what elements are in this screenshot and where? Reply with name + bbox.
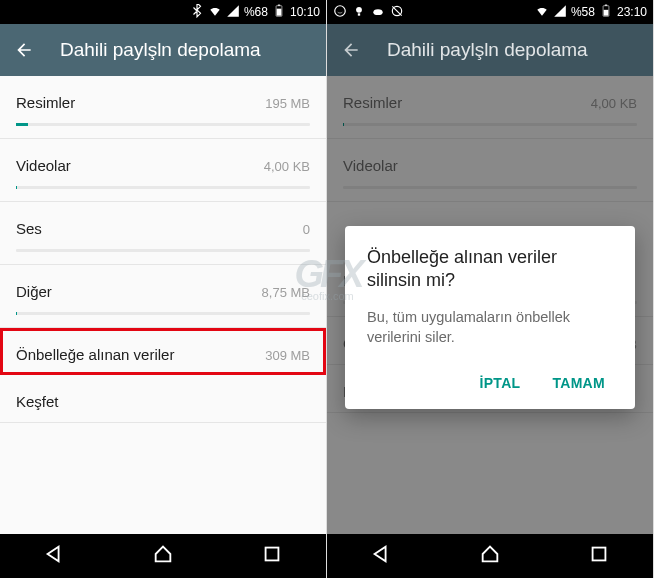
storage-item-diger[interactable]: Diğer8,75 MB <box>0 265 326 328</box>
storage-item-kesfet[interactable]: Keşfet <box>0 375 326 423</box>
nav-bar <box>0 534 326 578</box>
svg-rect-11 <box>604 9 609 15</box>
storage-list: Resimler4,00 KB Videolar Diğer Önbelleğe… <box>327 76 653 534</box>
svg-rect-3 <box>265 548 278 561</box>
appbar: Dahili paylşln depolama <box>0 24 326 76</box>
svg-rect-13 <box>592 548 605 561</box>
item-label: Önbelleğe alınan veriler <box>16 346 174 363</box>
whatsapp-icon <box>333 4 347 21</box>
battery-icon <box>599 4 613 21</box>
svg-rect-12 <box>605 4 607 5</box>
status-bar: %58 23:10 <box>327 0 653 24</box>
nav-recent-icon[interactable] <box>261 543 283 569</box>
svg-rect-6 <box>358 13 360 15</box>
svg-rect-1 <box>277 8 282 15</box>
item-value: 8,75 MB <box>262 285 310 300</box>
appbar-title: Dahili paylşln depolama <box>387 39 588 61</box>
wifi-icon <box>535 4 549 21</box>
battery-text: %68 <box>244 5 268 19</box>
ok-button[interactable]: TAMAM <box>548 367 609 399</box>
signal-icon <box>553 4 567 21</box>
storage-item-resimler[interactable]: Resimler195 MB <box>0 76 326 139</box>
back-icon[interactable] <box>14 40 34 60</box>
nav-home-icon[interactable] <box>152 543 174 569</box>
back-icon[interactable] <box>341 40 361 60</box>
bulb-icon <box>352 4 366 21</box>
progress-bar <box>16 186 310 189</box>
progress-bar <box>16 123 310 126</box>
item-label: Ses <box>16 220 42 237</box>
phone-right: %58 23:10 Dahili paylşln depolama Resiml… <box>327 0 654 578</box>
nav-home-icon[interactable] <box>479 543 501 569</box>
dialog-title: Önbelleğe alınan veriler silinsin mi? <box>367 246 613 293</box>
dialog-message: Bu, tüm uygulamaların önbellek verilerin… <box>367 307 613 348</box>
item-label: Keşfet <box>16 393 59 410</box>
status-bar: %68 10:10 <box>0 0 326 24</box>
nav-back-icon[interactable] <box>370 543 392 569</box>
progress-bar <box>16 312 310 315</box>
storage-item-videolar[interactable]: Videolar4,00 KB <box>0 139 326 202</box>
cancel-button[interactable]: İPTAL <box>476 367 525 399</box>
progress-bar <box>16 249 310 252</box>
storage-item-onbellek[interactable]: Önbelleğe alınan veriler309 MB <box>0 328 326 375</box>
clock: 23:10 <box>617 5 647 19</box>
svg-point-4 <box>335 5 346 16</box>
nav-recent-icon[interactable] <box>588 543 610 569</box>
svg-point-5 <box>356 6 362 12</box>
wifi-icon <box>208 4 222 21</box>
item-value: 195 MB <box>265 96 310 111</box>
appbar-title: Dahili paylşln depolama <box>60 39 261 61</box>
nav-back-icon[interactable] <box>43 543 65 569</box>
item-value: 4,00 KB <box>264 159 310 174</box>
item-value: 0 <box>303 222 310 237</box>
svg-point-7 <box>373 9 382 15</box>
battery-icon <box>272 4 286 21</box>
item-label: Videolar <box>16 157 71 174</box>
sync-off-icon <box>390 4 404 21</box>
svg-rect-2 <box>278 4 280 5</box>
storage-item-ses[interactable]: Ses0 <box>0 202 326 265</box>
clock: 10:10 <box>290 5 320 19</box>
storage-list: Resimler195 MB Videolar4,00 KB Ses0 Diğe… <box>0 76 326 534</box>
phone-left: %68 10:10 Dahili paylşln depolama Resiml… <box>0 0 327 578</box>
signal-icon <box>226 4 240 21</box>
item-label: Resimler <box>16 94 75 111</box>
item-value: 309 MB <box>265 348 310 363</box>
item-label: Diğer <box>16 283 52 300</box>
battery-text: %58 <box>571 5 595 19</box>
cloud-icon <box>371 4 385 21</box>
bt-icon <box>190 4 204 21</box>
confirm-dialog: Önbelleğe alınan veriler silinsin mi? Bu… <box>345 226 635 409</box>
appbar: Dahili paylşln depolama <box>327 24 653 76</box>
nav-bar <box>327 534 653 578</box>
